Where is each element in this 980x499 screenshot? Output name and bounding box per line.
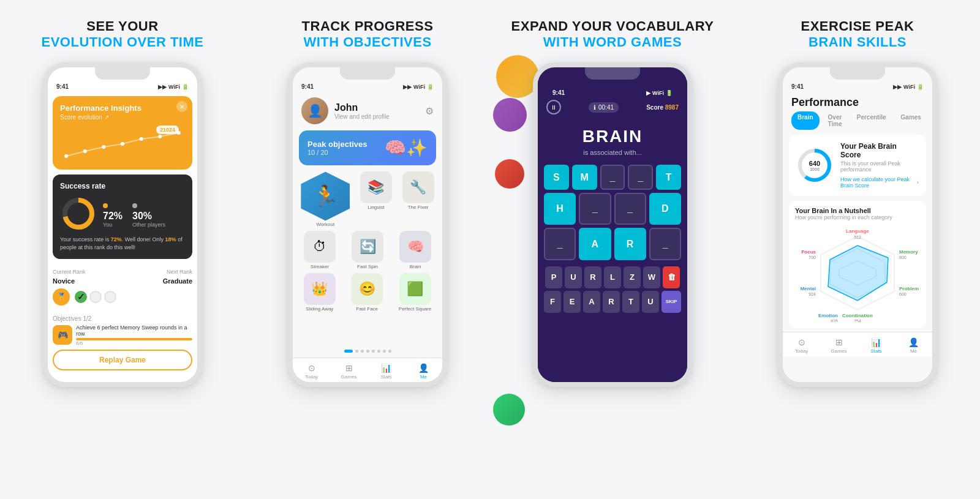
objectives-banner[interactable]: Peak objectives 10 / 20 🧠✨ [299, 130, 436, 165]
svg-text:600: 600 [899, 292, 907, 296]
key-l[interactable]: L [604, 266, 621, 288]
panel3-title-bottom: WITH WORD GAMES [543, 34, 682, 50]
keyboard-row-2: F E A R T U SKIP [544, 291, 681, 313]
panel-evolution: SEE YOUR EVOLUTION OVER TIME 9:41 ▶▶WiFi… [0, 0, 245, 499]
replay-button[interactable]: Replay Game [53, 350, 192, 370]
cell-blank3[interactable]: _ [579, 193, 611, 225]
cell-blank2[interactable]: _ [628, 165, 653, 190]
game-streaker[interactable]: ⏱ Streaker [304, 231, 336, 269]
brain-score-link[interactable]: How we calculate your Peak Brain Score › [840, 176, 919, 189]
tab4-me[interactable]: 👤 Me [895, 337, 932, 354]
key-u[interactable]: U [565, 266, 582, 288]
tab-today-label: Today [305, 374, 318, 380]
svg-text:Language: Language [846, 228, 869, 234]
cell-blank4[interactable]: _ [614, 193, 646, 225]
perf-close[interactable]: ✕ [176, 101, 187, 112]
brain-score-card: 640 1000 Your Peak Brain Score This is y… [789, 135, 926, 196]
cell-blank5[interactable]: _ [544, 228, 576, 260]
brain-score-info: Your Peak Brain Score This is your overa… [840, 142, 919, 189]
tab4-games[interactable]: ⊞ Games [820, 337, 858, 354]
game-fastspin[interactable]: 🔄 Fast Spin [352, 231, 383, 269]
pause-button[interactable]: ⏸ [546, 100, 561, 114]
key-delete[interactable]: 🗑 [663, 266, 680, 288]
panel-wordgames: EXPAND YOUR VOCABULARY WITH WORD GAMES 9… [490, 0, 735, 499]
obj-section: Objectives 1/2 🎮 Achieve 6 perfect Memor… [53, 315, 192, 346]
svg-point-4 [140, 137, 143, 141]
dot-8 [388, 350, 391, 353]
tab-stats[interactable]: 📊 Stats [368, 363, 405, 380]
tab4-games-label: Games [831, 348, 847, 354]
profile-name: John [334, 102, 419, 113]
panel1-title-bottom: EVOLUTION OVER TIME [42, 34, 204, 50]
svg-point-1 [83, 149, 87, 153]
key-a2[interactable]: A [583, 291, 600, 313]
perf-tab-games[interactable]: Games [895, 111, 927, 130]
cell-s: S [544, 165, 569, 190]
game-fixer[interactable]: 🔧 The Fixer [402, 171, 434, 227]
obj-icon: 🎮 [53, 325, 72, 345]
svg-text:800: 800 [899, 255, 907, 260]
avatar[interactable]: 👤 [301, 97, 328, 124]
tab-me[interactable]: 👤 Me [405, 363, 442, 380]
success-rate-card: Success rate 72% You [53, 174, 192, 258]
obj-progress-label: 6/6 [76, 340, 192, 346]
game-streaker-label: Streaker [311, 264, 329, 269]
phone1-status: 9:41 ▶▶WiFi🔋 [48, 80, 197, 91]
letter-grid: S M _ _ T H _ _ D _ A R _ [544, 165, 681, 266]
keyboard-row-1: P U R L Z W 🗑 [544, 266, 681, 288]
cell-blank1[interactable]: _ [600, 165, 625, 190]
svg-text:Mental: Mental [801, 286, 816, 291]
key-u2[interactable]: U [642, 291, 659, 313]
key-t[interactable]: T [622, 291, 639, 313]
game-linguist[interactable]: 📚 Linguist [360, 171, 392, 227]
cell-d: D [649, 193, 681, 225]
score-badge: 21024 [156, 126, 179, 134]
game-perfectsquare[interactable]: 🟩 Perfect Square [399, 273, 431, 312]
game-featured-workout[interactable]: 🏃 Workout [301, 171, 350, 227]
key-e[interactable]: E [564, 291, 581, 313]
game-linguist-label: Linguist [368, 204, 385, 210]
key-f[interactable]: F [544, 291, 561, 313]
deco-circle-green [493, 394, 525, 426]
game-fastface-icon: 😊 [351, 273, 383, 305]
tab4-me-label: Me [910, 348, 917, 354]
phone3-icons: ▶WiFi🔋 [646, 90, 673, 96]
sr-title: Success rate [60, 182, 185, 190]
phone4-notch [830, 67, 885, 80]
game-fastface[interactable]: 😊 Fast Face [351, 273, 383, 312]
perf-tab-brain[interactable]: Brain [791, 111, 820, 130]
game-sliding[interactable]: 👑 Sliding Away [304, 273, 336, 312]
donut-chart [60, 195, 97, 232]
obj-banner-title: Peak objectives [307, 140, 368, 149]
tab4-stats[interactable]: 📊 Stats [858, 337, 895, 354]
phone4-icons: ▶▶WiFi🔋 [893, 84, 924, 90]
key-w[interactable]: W [643, 266, 660, 288]
panel4-title-top: EXERCISE PEAK [801, 18, 914, 34]
tab-games[interactable]: ⊞ Games [330, 363, 368, 380]
game-fastface-label: Fast Face [356, 306, 379, 312]
perf-tab-percentile[interactable]: Percentile [851, 111, 892, 130]
tab-today[interactable]: ⊙ Today [293, 363, 330, 380]
key-skip[interactable]: SKIP [662, 291, 681, 313]
phone4-time: 9:41 [791, 83, 804, 90]
phone1-time: 9:41 [56, 83, 69, 90]
cell-m: M [572, 165, 597, 190]
key-r2[interactable]: R [603, 291, 620, 313]
svg-point-2 [102, 145, 105, 149]
perf-tab-overtime[interactable]: Over Time [822, 111, 848, 130]
key-p[interactable]: P [545, 266, 562, 288]
brain-donut: 640 1000 [796, 147, 833, 184]
game-sliding-label: Sliding Away [306, 306, 333, 312]
gear-icon[interactable]: ⚙ [425, 105, 434, 117]
game-brain-icon: 🧠 [399, 231, 431, 263]
game-brain[interactable]: 🧠 Brain [399, 231, 431, 269]
key-z[interactable]: Z [624, 266, 641, 288]
key-r[interactable]: R [584, 266, 601, 288]
brain-donut-label: 640 1000 [809, 160, 820, 171]
perf-header: Performance Insights Score evolution ↗ ✕ [53, 96, 192, 170]
phone3: 9:41 ▶WiFi🔋 ⏸ ℹ 00:41 Score 8987 BRAIN i… [533, 62, 692, 387]
svg-point-3 [121, 142, 124, 146]
cell-blank6[interactable]: _ [649, 228, 681, 260]
tab4-today[interactable]: ⊙ Today [783, 337, 820, 354]
word-game-content: 9:41 ▶WiFi🔋 ⏸ ℹ 00:41 Score 8987 BRAIN i… [538, 80, 687, 382]
